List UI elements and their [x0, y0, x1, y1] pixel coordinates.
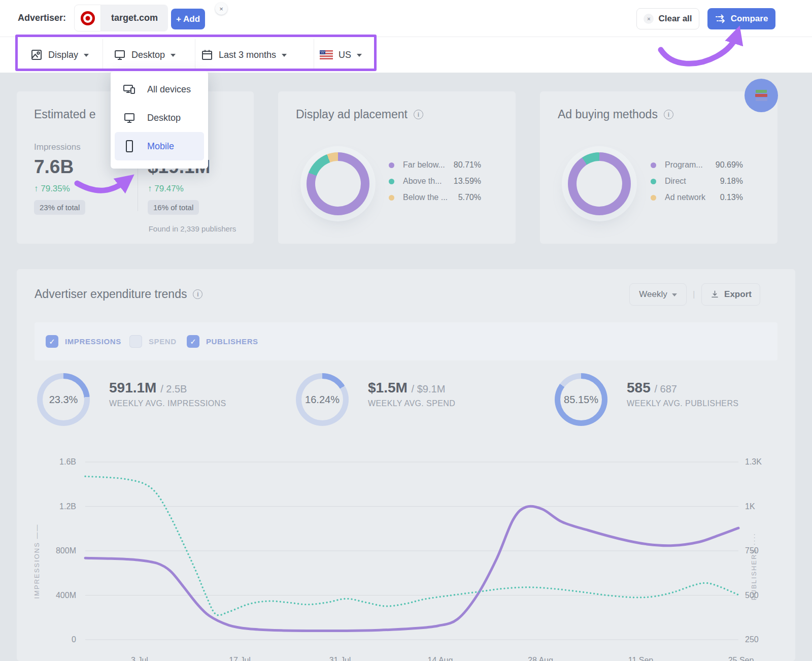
legend-item: Below the ... 5.70%	[389, 191, 481, 204]
device-filter[interactable]: Desktop	[114, 37, 176, 73]
stat-caption: WEEKLY AVG. IMPRESSIONS	[109, 399, 226, 408]
progress-pct: 85.15%	[560, 379, 602, 420]
checkbox-unchecked-icon	[129, 335, 142, 348]
display-ad-placement-card: Display ad placement Far below... 80.71%…	[278, 91, 516, 244]
advertiser-chip[interactable]: target.com	[74, 5, 168, 31]
clear-all-button[interactable]: Clear all	[636, 8, 699, 29]
placement-donut-chart	[307, 152, 369, 215]
toggle-spend[interactable]: SPEND	[129, 335, 177, 348]
axis-tick: 250	[745, 635, 759, 645]
clear-icon	[644, 14, 654, 24]
dropdown-item-all-devices[interactable]: All devices	[111, 75, 208, 104]
stat-caption: WEEKLY AVG. PUBLISHERS	[627, 399, 738, 408]
legend-item: Direct 9.18%	[651, 175, 743, 188]
spend-share-badge: 16% of total	[148, 200, 199, 215]
trends-export-button[interactable]: Export	[701, 283, 760, 306]
date-range-filter[interactable]: Last 3 months	[201, 37, 287, 73]
buying-donut-chart	[568, 152, 631, 215]
toggle-impressions[interactable]: IMPRESSIONS	[46, 335, 121, 348]
series-toggle-strip: IMPRESSIONS SPEND PUBLISHERS	[35, 322, 777, 360]
axis-tick: 1.3K	[745, 457, 762, 467]
device-dropdown-menu: All devices Desktop Mobile	[111, 71, 208, 169]
legend-item: Program... 90.69%	[651, 158, 743, 172]
desktop-icon	[123, 112, 136, 124]
chevron-down-icon	[282, 54, 287, 57]
legend-item: Above th... 13.59%	[389, 175, 481, 188]
legend-dot	[651, 179, 656, 184]
expenditure-trends-card: Advertiser expenditure trends Weekly | E…	[17, 269, 795, 661]
spend-progress-donut: 16.24%	[296, 373, 349, 426]
dropdown-item-mobile[interactable]: Mobile	[115, 132, 204, 160]
download-icon	[710, 290, 720, 300]
stat-impressions: 591.1M / 2.5B	[109, 380, 187, 396]
filter-divider	[314, 39, 314, 71]
remove-advertiser-icon[interactable]	[215, 3, 227, 15]
publishers-progress-donut: 85.15%	[555, 373, 607, 426]
card-title: Display ad placement	[296, 108, 423, 121]
dropdown-item-desktop[interactable]: Desktop	[111, 104, 208, 132]
advertiser-label: Advertiser:	[18, 13, 66, 23]
granularity-dropdown[interactable]: Weekly	[629, 283, 687, 306]
axis-tick: 1K	[745, 502, 755, 512]
top-bar: Advertiser: target.com + Add Clear all C…	[0, 0, 812, 37]
all-devices-icon	[123, 83, 136, 95]
header-separator: |	[693, 289, 695, 300]
info-icon[interactable]	[664, 110, 673, 119]
impressions-share-badge: 23% of total	[34, 200, 85, 215]
axis-tick: 14 Aug	[418, 656, 463, 661]
axis-tick: 500	[745, 590, 759, 601]
legend-dot	[389, 179, 394, 184]
legend-dot	[651, 195, 656, 201]
axis-tick: 28 Aug	[518, 656, 563, 661]
resources-floating-button[interactable]	[745, 79, 778, 112]
axis-tick: 3 Jul	[117, 656, 162, 661]
info-icon[interactable]	[193, 289, 202, 299]
checkbox-checked-icon	[187, 335, 199, 348]
y-axis-title-impressions: IMPRESSIONS ——	[33, 501, 41, 622]
ad-type-filter[interactable]: Display	[30, 37, 89, 73]
chevron-down-icon	[171, 54, 176, 57]
compare-arrows-icon	[715, 14, 726, 24]
info-icon[interactable]	[414, 110, 423, 119]
compare-button[interactable]: Compare	[707, 8, 775, 29]
add-advertiser-button[interactable]: + Add	[171, 9, 205, 29]
axis-tick: 750	[745, 546, 759, 556]
books-icon	[756, 90, 767, 93]
stat-publishers: 585 / 687	[627, 380, 677, 396]
legend-dot	[651, 162, 656, 168]
axis-tick: 31 Jul	[317, 656, 363, 661]
checkbox-checked-icon	[46, 335, 58, 348]
mobile-icon	[123, 140, 136, 153]
chevron-down-icon	[84, 54, 89, 57]
y-axis-title-publishers: PUBLISHERS ····	[750, 506, 758, 627]
calendar-icon	[201, 49, 213, 61]
axis-tick: 11 Sep	[618, 656, 664, 661]
legend-item: Far below... 80.71%	[389, 158, 481, 172]
advertiser-domain: target.com	[101, 5, 168, 31]
filter-bar: Display Desktop Last 3 months US	[0, 37, 812, 73]
country-filter[interactable]: US	[320, 37, 362, 73]
progress-pct: 16.24%	[301, 379, 343, 420]
spend-change: 79.47%	[148, 184, 184, 194]
legend-item: Ad network 0.13%	[651, 191, 743, 204]
card-title: Ad buying methods	[558, 108, 673, 121]
axis-tick: 1.2B	[30, 502, 76, 512]
up-arrow-icon	[34, 184, 41, 193]
stat-caption: WEEKLY AVG. SPEND	[368, 399, 455, 408]
card-title: Estimated e	[34, 108, 95, 121]
progress-pct: 23.3%	[43, 379, 84, 420]
filter-divider	[103, 39, 103, 71]
us-flag-icon	[320, 50, 333, 59]
toggle-publishers[interactable]: PUBLISHERS	[187, 335, 258, 348]
axis-tick: 1.6B	[30, 457, 76, 467]
impressions-change: 79.35%	[34, 184, 70, 194]
axis-tick: 25 Sep	[718, 656, 764, 661]
trends-title: Advertiser expenditure trends	[35, 287, 202, 301]
publishers-footnote: Found in 2,339 publishers	[131, 224, 253, 233]
legend-dot	[389, 195, 394, 201]
chevron-down-icon	[357, 54, 362, 57]
axis-tick: 17 Jul	[217, 656, 263, 661]
axis-tick: 800M	[30, 546, 76, 556]
filter-divider	[195, 39, 195, 71]
axis-tick: 0	[30, 635, 76, 645]
